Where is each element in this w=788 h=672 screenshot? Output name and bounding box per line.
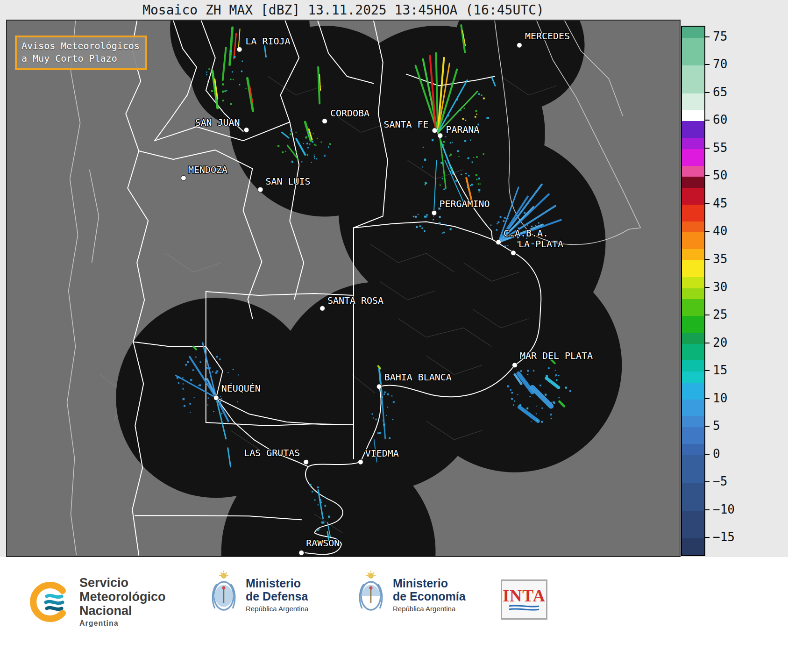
colorbar-segment xyxy=(682,333,704,344)
radar-map: LA RIOJAMERCEDESSAN JUANCORDOBASANTA FEP… xyxy=(6,20,681,557)
ministry-title-line: Ministerio xyxy=(393,577,466,590)
city-label: LAS GRUTAS xyxy=(244,448,300,458)
colorbar-segment xyxy=(682,511,704,539)
colorbar-tick-mark xyxy=(705,426,710,427)
smn-name-line: Servicio xyxy=(79,576,166,590)
city-dot xyxy=(432,210,437,215)
city-label: VIEDMA xyxy=(365,448,399,459)
city-dot xyxy=(213,395,219,400)
short-term-warnings-banner[interactable]: Avisos Meteorológicos a Muy Corto Plazo xyxy=(15,36,147,70)
inta-logo-box: INTA xyxy=(501,579,547,620)
city-label: NEUQUÉN xyxy=(221,383,261,394)
colorbar-tick-label: −10 xyxy=(713,502,735,516)
colorbar-segment xyxy=(682,166,704,177)
city-dot xyxy=(512,363,517,368)
colorbar-segment xyxy=(682,444,704,455)
city-dot xyxy=(304,459,309,465)
radar-coverage-circles xyxy=(116,21,622,556)
colorbar-tick-label: 60 xyxy=(713,113,727,127)
footer-logos-bar: Servicio Meteorológico Nacional Argentin… xyxy=(0,557,788,672)
colorbar-segment xyxy=(682,316,704,333)
city-dot xyxy=(237,47,242,52)
city-label: MERCEDES xyxy=(525,31,570,42)
colorbar-tick-mark xyxy=(705,370,710,371)
colorbar-tick-label: 75 xyxy=(713,29,727,43)
colorbar-segment xyxy=(682,27,704,38)
colorbar-tick-mark xyxy=(705,92,710,93)
colorbar-segment xyxy=(682,249,704,260)
city-label: SAN LUIS xyxy=(265,176,310,187)
city-label: LA PLATA xyxy=(518,239,563,250)
colorbar-tick-label: 25 xyxy=(713,307,727,322)
inta-logo-block: INTA xyxy=(501,579,547,620)
colorbar-segment xyxy=(682,383,704,400)
colorbar-segment xyxy=(682,344,704,361)
colorbar-tick-mark xyxy=(705,315,710,315)
colorbar-tick-mark xyxy=(705,509,710,510)
colorbar-tick-mark xyxy=(705,259,710,260)
city-label: SANTA ROSA xyxy=(327,295,383,306)
colorbar-segment xyxy=(682,455,704,483)
colorbar-tick-mark xyxy=(705,481,710,482)
colorbar-segment xyxy=(682,483,704,511)
warning-line-1: Avisos Meteorológicos xyxy=(21,40,140,52)
warning-line-2: a Muy Corto Plazo xyxy=(21,52,140,65)
colorbar-segment xyxy=(682,149,704,166)
smn-country-label: Argentina xyxy=(79,619,166,628)
colorbar-tick-label: −15 xyxy=(713,530,735,544)
smn-name-line: Meteorológico xyxy=(79,590,166,604)
colorbar-tick-mark xyxy=(705,120,710,121)
coat-of-arms-icon xyxy=(356,570,385,619)
economia-logo-block: Ministerio de Economía República Argenti… xyxy=(356,570,466,619)
city-dot xyxy=(244,128,249,133)
ministry-title-line: Ministerio xyxy=(246,577,308,590)
colorbar-tick-label: 0 xyxy=(713,447,720,461)
colorbar-tick-label: 65 xyxy=(713,85,727,99)
colorbar-segment xyxy=(682,222,704,233)
colorbar-segment xyxy=(682,427,704,444)
smn-name-line: Nacional xyxy=(79,604,166,618)
city-label: SANTA FE xyxy=(384,119,429,130)
city-label: SAN JUAN xyxy=(195,117,240,128)
colorbar-tick-label: 40 xyxy=(713,224,727,238)
smn-logo-block: Servicio Meteorológico Nacional Argentin… xyxy=(29,576,166,628)
colorbar-tick-label: 10 xyxy=(713,391,727,405)
colorbar-tick-label: 35 xyxy=(713,252,727,266)
colorbar-tick-mark xyxy=(705,203,710,204)
colorbar-tick-mark xyxy=(705,36,710,37)
city-dot xyxy=(432,128,437,133)
colorbar-tick-label: 70 xyxy=(713,57,727,71)
colorbar-segment xyxy=(682,538,704,555)
colorbar-segment xyxy=(682,205,704,222)
colorbar-segment xyxy=(682,110,704,122)
colorbar-tick-label: 5 xyxy=(713,419,720,433)
colorbar-segment xyxy=(682,277,704,288)
colorbar-tick-label: 15 xyxy=(713,363,727,377)
colorbar-segment xyxy=(682,288,704,300)
city-label: PERGAMINO xyxy=(439,199,490,209)
colorbar-tick-label: 30 xyxy=(713,279,727,293)
colorbar-tick-mark xyxy=(705,537,710,538)
colorbar-tick-mark xyxy=(705,231,710,232)
colorbar-segment xyxy=(682,372,704,383)
radar-map-canvas: LA RIOJAMERCEDESSAN JUANCORDOBASANTA FEP… xyxy=(7,21,680,556)
economia-logo-text: Ministerio de Economía República Argenti… xyxy=(393,577,466,613)
colorbar-segment xyxy=(682,138,704,149)
defensa-logo-block: Ministerio de Defensa República Argentin… xyxy=(209,570,308,619)
colorbar-segment xyxy=(682,65,704,93)
colorbar-segment xyxy=(682,260,704,277)
city-dot xyxy=(438,133,443,138)
ministry-subtitle: República Argentina xyxy=(393,605,466,613)
colorbar-tick-mark xyxy=(705,287,710,288)
map-title: Mosaico ZH MAX [dBZ] 13.11.2025 13:45HOA… xyxy=(6,2,681,18)
colorbar-tick-mark xyxy=(705,148,710,149)
city-label: BAHIA BLANCA xyxy=(384,372,452,383)
colorbar-segment xyxy=(682,416,704,427)
colorbar-segment xyxy=(682,360,704,372)
city-dot xyxy=(181,175,186,180)
colorbar-segment xyxy=(682,93,704,110)
colorbar-tick-mark xyxy=(705,398,710,399)
colorbar-segment xyxy=(682,188,704,205)
city-dot xyxy=(376,384,382,389)
dbz-colorbar xyxy=(681,26,705,556)
